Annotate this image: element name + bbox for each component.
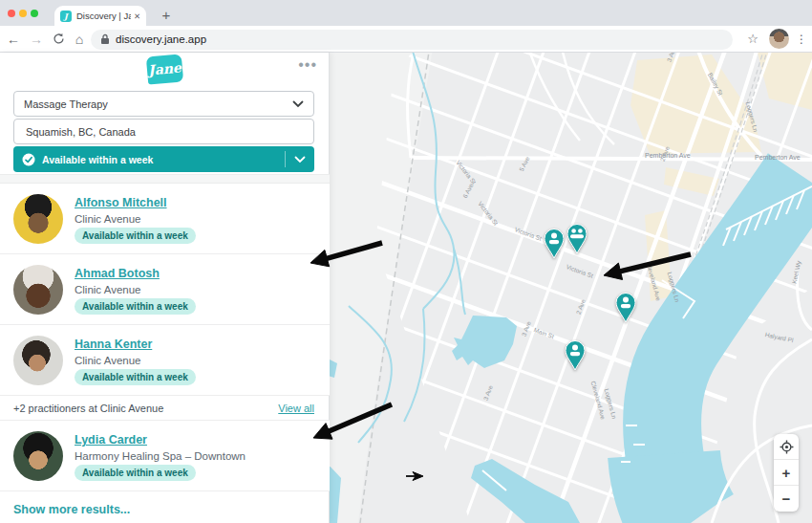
practitioner-avatar[interactable]	[13, 265, 63, 315]
practitioner-avatar[interactable]	[13, 194, 63, 244]
address-bar[interactable]: discovery.jane.app	[91, 30, 733, 50]
practitioner-name-link[interactable]: Ahmad Botosh	[75, 267, 160, 280]
tab-strip: J Discovery | Jane ✕ +	[0, 0, 812, 26]
person-pin[interactable]	[542, 228, 566, 260]
view-all-link[interactable]: View all	[278, 403, 314, 414]
geolocate-button[interactable]	[774, 434, 799, 460]
jane-favicon-icon: J	[60, 11, 72, 22]
profile-avatar[interactable]	[769, 29, 789, 49]
availability-badge: Available within a week	[75, 228, 196, 244]
locate-icon	[780, 440, 794, 454]
location-input[interactable]	[24, 125, 304, 139]
service-select-value: Massage Therapy	[24, 98, 108, 110]
close-window-button[interactable]	[8, 10, 15, 17]
show-more-results-link[interactable]: Show more results...	[13, 503, 130, 516]
practitioner-name-link[interactable]: Hanna Kenter	[75, 338, 152, 351]
practitioner-card[interactable]: Alfonso Mitchell Clinic Avenue Available…	[0, 184, 330, 254]
availability-filter[interactable]: Available within a week	[13, 146, 314, 172]
bookmark-star-icon[interactable]: ☆	[744, 26, 761, 53]
lock-icon	[100, 33, 110, 45]
practitioner-clinic: Clinic Avenue	[75, 213, 140, 225]
filter-divider	[285, 151, 286, 167]
more-practitioners-text: +2 practitioners at Clinic Avenue	[13, 403, 163, 414]
availability-filter-label: Available within a week	[42, 154, 285, 165]
practitioner-clinic: Clinic Avenue	[75, 355, 140, 366]
availability-badge: Available within a week	[75, 298, 196, 315]
browser-toolbar: ← → ⌂ discovery.jane.app ☆ ⋮	[0, 26, 812, 53]
close-tab-icon[interactable]: ✕	[134, 11, 140, 21]
service-select[interactable]: Massage Therapy	[13, 91, 314, 117]
back-button[interactable]: ←	[4, 26, 23, 53]
practitioner-clinic: Harmony Healing Spa – Downtown	[75, 450, 246, 462]
person-pin[interactable]	[613, 292, 638, 324]
chevron-down-icon[interactable]	[294, 156, 306, 163]
jane-logo: Jane	[146, 54, 183, 84]
check-circle-icon	[22, 153, 35, 166]
maximize-window-button[interactable]	[31, 10, 38, 17]
availability-badge: Available within a week	[75, 465, 196, 481]
more-practitioners-row: +2 practitioners at Clinic Avenue View a…	[0, 396, 330, 421]
reload-icon	[53, 33, 65, 45]
new-tab-button[interactable]: +	[156, 5, 177, 26]
practitioner-card[interactable]: Lydia Carder Harmony Healing Spa – Downt…	[0, 421, 330, 491]
home-button[interactable]: ⌂	[70, 26, 89, 53]
url-text: discovery.jane.app	[116, 33, 206, 45]
zoom-out-button[interactable]: −	[774, 486, 799, 512]
browser-menu-icon[interactable]: ⋮	[794, 26, 809, 53]
results-sidebar: Jane ••• Massage Therapy Available withi…	[0, 53, 330, 523]
map-controls: + −	[774, 434, 799, 512]
list-divider-band	[0, 174, 330, 184]
practitioner-avatar[interactable]	[13, 336, 63, 385]
street-label: Pemberton Ave	[755, 154, 801, 161]
chevron-down-icon	[292, 100, 304, 108]
practitioner-name-link[interactable]: Lydia Carder	[75, 433, 147, 447]
zoom-in-button[interactable]: +	[774, 460, 799, 486]
map-graphics	[330, 53, 812, 523]
browser-tab[interactable]: J Discovery | Jane ✕	[54, 6, 146, 26]
forward-button[interactable]: →	[27, 26, 46, 53]
map-canvas[interactable]: Pemberton Ave Pemberton Ave Bailey St Lo…	[330, 53, 812, 523]
people-pin[interactable]	[565, 223, 589, 255]
practitioner-clinic: Clinic Avenue	[75, 284, 140, 295]
sidebar-overflow-menu[interactable]: •••	[285, 56, 317, 74]
reload-button[interactable]	[49, 26, 68, 53]
availability-badge: Available within a week	[75, 369, 196, 385]
tab-title: Discovery | Jane	[76, 11, 131, 21]
practitioner-card[interactable]: Ahmad Botosh Clinic Avenue Available wit…	[0, 254, 330, 325]
practitioner-name-link[interactable]: Alfonso Mitchell	[75, 196, 167, 209]
person-pin[interactable]	[563, 339, 588, 372]
location-field[interactable]	[13, 119, 314, 144]
practitioner-avatar[interactable]	[13, 431, 63, 481]
practitioner-card[interactable]: Hanna Kenter Clinic Avenue Available wit…	[0, 325, 330, 396]
minimize-window-button[interactable]	[19, 10, 27, 17]
